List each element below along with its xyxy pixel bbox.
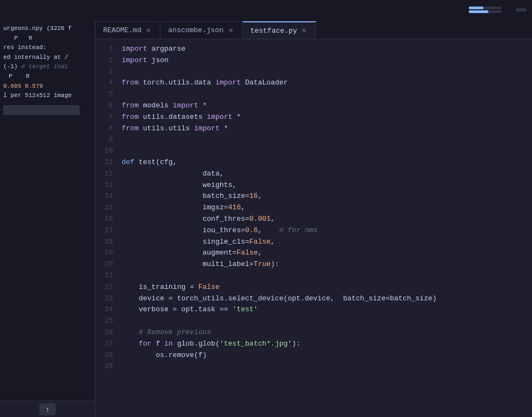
line-num-16: 16 xyxy=(95,214,113,225)
line-num-21: 21 xyxy=(95,270,113,282)
code-line-19: augment=False, xyxy=(122,247,532,259)
code-line-14: batch_size=16, xyxy=(122,191,532,202)
tab-testface[interactable]: testface.py ✕ xyxy=(243,21,316,39)
code-line-26: # Remove previous xyxy=(122,327,532,339)
token-8a: utils.utils xyxy=(139,123,194,135)
code-line-11: def test(cfg, xyxy=(122,157,532,168)
code-content[interactable]: import argparse import json from torch.u… xyxy=(117,39,532,417)
token-27e: glob.glob( xyxy=(173,339,220,350)
tab-bar: README.md ✕ anscombe.json ✕ testface.py … xyxy=(95,20,532,39)
code-line-28: os.remove(f) xyxy=(122,350,532,361)
code-line-20: multi_label=True): xyxy=(122,259,532,270)
line-num-24: 24 xyxy=(95,304,113,316)
line-num-29: 29 xyxy=(95,361,113,372)
line-num-18: 18 xyxy=(95,237,113,248)
token-from-8: from xyxy=(122,123,139,135)
tab-testface-close[interactable]: ✕ xyxy=(300,27,308,34)
ram-indicator xyxy=(467,7,501,13)
system-status xyxy=(462,7,510,13)
line-num-10: 10 xyxy=(95,146,113,157)
scroll-up-button[interactable]: ↑ xyxy=(39,403,56,415)
tab-anscombe[interactable]: anscombe.json ✕ xyxy=(160,21,242,39)
sidebar-col-p: P xyxy=(14,34,18,44)
token-27b: for xyxy=(139,339,151,350)
line-num-27: 27 xyxy=(95,339,113,350)
token-16c: , xyxy=(271,214,275,225)
token-import-7: import xyxy=(207,112,232,123)
code-line-2: import json xyxy=(122,55,532,67)
code-line-25 xyxy=(122,316,532,327)
line-num-17: 17 xyxy=(95,225,113,237)
token-26: # Remove previous xyxy=(122,327,211,339)
token-14a: batch_size= xyxy=(122,191,249,202)
code-line-16: conf_thres=0.001, xyxy=(122,214,532,225)
token-22a: is_training = xyxy=(122,282,198,293)
line-num-2: 2 xyxy=(95,55,113,67)
disk-bar-fill xyxy=(469,10,488,13)
token-23: device = torch_utils.select_device(opt.d… xyxy=(122,293,437,305)
token-27c: f xyxy=(152,339,164,350)
token-17a: iou_thres= xyxy=(122,225,245,237)
token-17d: # for nms xyxy=(279,225,318,237)
code-line-12: data, xyxy=(122,168,532,180)
tab-readme-close[interactable]: ✕ xyxy=(145,27,152,34)
token-16b: 0.001 xyxy=(249,214,271,225)
code-line-1: import argparse xyxy=(122,44,532,55)
sidebar-line-5: 0.605 0.579 xyxy=(3,82,92,92)
line-num-25: 25 xyxy=(95,316,113,327)
code-line-13: weights, xyxy=(122,180,532,191)
line-num-19: 19 xyxy=(95,247,113,259)
sidebar-col-headers: P R xyxy=(14,34,92,44)
token-27a xyxy=(122,339,139,350)
token-27g: ): xyxy=(292,339,301,350)
code-editor: 1 2 3 4 5 6 7 8 9 10 11 12 13 14 15 16 1… xyxy=(95,39,532,417)
sidebar-scroll-controls: ↑ xyxy=(0,401,95,417)
token-18a: single_cls= xyxy=(122,237,249,248)
ram-bar xyxy=(469,7,501,9)
sidebar-filename: urgeons.npy (3226 f xyxy=(3,24,92,34)
token-4b: DataLoader xyxy=(241,77,288,89)
code-line-29 xyxy=(122,361,532,372)
line-num-20: 20 xyxy=(95,259,113,270)
token-import-2: import xyxy=(122,55,147,67)
sidebar-text: urgeons.npy (3226 f P R res instead: ed … xyxy=(3,24,92,101)
code-line-18: single_cls=False, xyxy=(122,237,532,248)
line-num-13: 13 xyxy=(95,180,113,191)
line-num-15: 15 xyxy=(95,202,113,214)
token-2: json xyxy=(147,55,169,67)
token-27d: in xyxy=(164,339,173,350)
line-num-14: 14 xyxy=(95,191,113,202)
sidebar-line-2: ed internally at / xyxy=(3,53,92,63)
code-line-27: for f in glob.glob('test_batch*.jpg'): xyxy=(122,339,532,350)
token-15b: 416 xyxy=(228,202,241,214)
line-num-6: 6 xyxy=(95,100,113,112)
token-18b: False xyxy=(249,237,271,248)
code-line-10 xyxy=(122,146,532,157)
sidebar-scrollbar-area xyxy=(3,105,80,115)
token-20c: ): xyxy=(271,259,279,270)
token-27f: 'test_batch*.jpg' xyxy=(219,339,292,350)
tab-readme-label: README.md xyxy=(103,26,141,34)
line-num-8: 8 xyxy=(95,123,113,135)
token-15c: , xyxy=(241,202,245,214)
ram-bar-fill xyxy=(469,7,483,9)
line-num-7: 7 xyxy=(95,112,113,123)
edit-button[interactable] xyxy=(516,8,527,11)
line-num-28: 28 xyxy=(95,350,113,361)
token-20b: True xyxy=(254,259,271,270)
tab-readme[interactable]: README.md ✕ xyxy=(95,21,160,39)
token-6a: models xyxy=(139,100,172,112)
disk-bar xyxy=(469,10,501,13)
line-num-11: 11 xyxy=(95,157,113,168)
token-8b: * xyxy=(219,123,228,135)
line-num-12: 12 xyxy=(95,168,113,180)
line-num-3: 3 xyxy=(95,67,113,78)
tab-anscombe-label: anscombe.json xyxy=(168,26,223,34)
tab-anscombe-close[interactable]: ✕ xyxy=(227,27,235,34)
token-import-8: import xyxy=(194,123,220,135)
token-13: weights, xyxy=(122,180,237,191)
token-1: argparse xyxy=(147,44,186,55)
sidebar-line-1: res instead: xyxy=(3,43,92,53)
token-7b: * xyxy=(232,112,241,123)
main-area: urgeons.npy (3226 f P R res instead: ed … xyxy=(0,20,532,417)
